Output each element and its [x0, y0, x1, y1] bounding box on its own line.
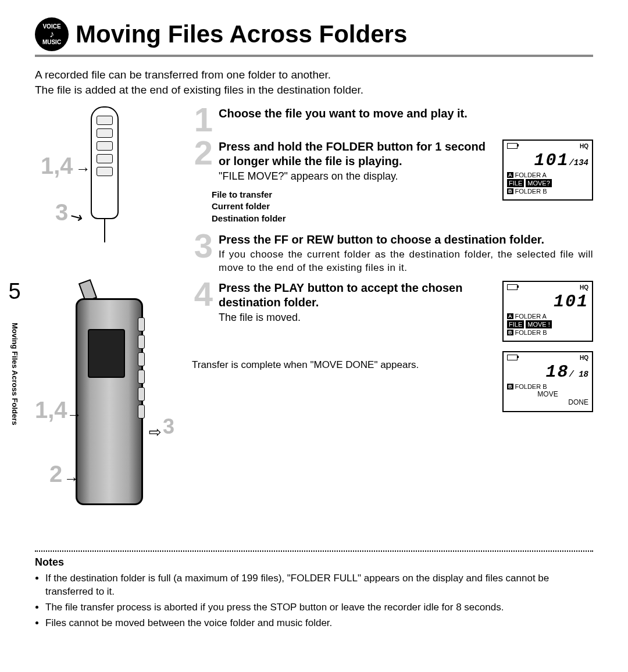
text: Press the: [219, 233, 274, 246]
lcd-file-text: FILE: [507, 320, 524, 328]
label-current-folder: Current folder: [212, 201, 494, 212]
battery-icon: [507, 355, 518, 360]
folder-b-tag: B: [507, 384, 513, 389]
folder-a-tag: A: [507, 313, 513, 319]
hq-indicator: HQ: [580, 143, 588, 149]
folder-button-label: FOLDER: [326, 140, 373, 153]
folder-a-label: FOLDER A: [515, 313, 547, 320]
step-3-title: Press the FF or REW button to choose a d…: [219, 233, 593, 247]
step-4: 4 Press the PLAY button to accept the ch…: [192, 281, 494, 324]
device-illustration-column: 1,4 → 3 ↘ 1,4 → 2 → ⇦ 3: [35, 106, 180, 537]
arrow-icon: →: [64, 470, 79, 488]
step-1-title: Choose the file you want to move and pla…: [219, 106, 593, 121]
text: or: [288, 233, 306, 246]
step-3: 3 Press the FF or REW button to choose a…: [192, 233, 593, 275]
lcd-file-text: FILE: [507, 179, 524, 187]
manual-page: 5 Moving Files Across Folders VOICE ♪ MU…: [0, 0, 628, 656]
text: Press and hold the: [219, 140, 326, 153]
step-number: 2: [192, 140, 215, 183]
dotted-rule: [35, 551, 593, 552]
page-header: VOICE ♪ MUSIC Moving Files Across Folder…: [35, 17, 593, 51]
hq-indicator: HQ: [580, 284, 588, 291]
folder-b-label: FOLDER B: [515, 188, 547, 195]
step-2-desc: "FILE MOVE?" appears on the display.: [219, 170, 494, 183]
chapter-title: Moving Files Across Folders: [10, 310, 19, 438]
title-rule: [35, 55, 593, 57]
lcd-file-number: 101: [507, 292, 588, 312]
note-item: Files cannot be moved between the voice …: [45, 617, 593, 630]
side-tab: 5 Moving Files Across Folders: [0, 279, 29, 438]
remote-control-illustration: [87, 106, 122, 240]
chapter-number: 5: [0, 279, 29, 304]
intro-text: A recorded file can be transferred from …: [35, 67, 593, 97]
lcd-move-line: MOVE: [507, 390, 588, 398]
step-4-desc: The file is moved.: [219, 311, 494, 324]
text: Press the: [219, 281, 274, 294]
label-destination-folder: Destination folder: [212, 213, 494, 224]
step-4-title: Press the PLAY button to accept the chos…: [219, 281, 494, 310]
step-2-labels: File to transfer Current folder Destinat…: [212, 189, 494, 224]
icon-bottom-text: MUSIC: [42, 39, 61, 45]
step-2: 2 Press and hold the FOLDER button for 1…: [192, 140, 494, 183]
lcd-move-text: MOVE?: [526, 179, 552, 187]
folder-b-tag: B: [507, 330, 513, 335]
callout-label-3-recorder: 3: [163, 414, 174, 439]
arrow-icon: →: [67, 406, 82, 424]
step-3-desc: If you choose the current folder as the …: [219, 248, 593, 275]
lcd-move-text: MOVE !: [526, 320, 552, 328]
lcd-done-line: DONE: [507, 398, 588, 406]
battery-icon: [507, 143, 518, 149]
lcd-screen-2: HQ 101 AFOLDER A FILE MOVE ! BFOLDER B: [502, 281, 593, 342]
step-number: 4: [192, 281, 215, 324]
intro-line-1: A recorded file can be transferred from …: [35, 69, 331, 81]
step-2-row: 2 Press and hold the FOLDER button for 1…: [192, 140, 593, 233]
step-4-row: 4 Press the PLAY button to accept the ch…: [192, 281, 593, 418]
steps-column: 1 Choose the file you want to move and p…: [192, 106, 593, 537]
hq-indicator: HQ: [580, 355, 588, 361]
lcd-screen-3: HQ 18/ 18 BFOLDER B MOVE DONE: [502, 351, 593, 412]
rew-button-label: REW: [306, 233, 334, 246]
folder-b-label: FOLDER B: [515, 329, 547, 336]
arrow-icon: ⇦: [148, 423, 161, 441]
notes-list: If the destination folder is full (a max…: [35, 572, 593, 630]
folder-b-tag: B: [507, 188, 513, 194]
lcd-screen-1: HQ 101/134 AFOLDER A FILE MOVE? BFOLDER …: [502, 140, 593, 201]
battery-icon: [507, 284, 518, 290]
folder-a-tag: A: [507, 172, 513, 178]
page-title: Moving Files Across Folders: [76, 20, 407, 48]
folder-b-label: FOLDER B: [515, 383, 547, 390]
arrow-icon: ↘: [66, 206, 87, 228]
callout-label-14-recorder: 1,4: [35, 397, 67, 423]
arrow-icon: →: [76, 160, 91, 178]
folder-a-label: FOLDER A: [515, 171, 547, 178]
recorder-illustration: [76, 298, 151, 513]
label-file-to-transfer: File to transfer: [212, 189, 494, 201]
step-number: 3: [192, 233, 215, 275]
play-button-label: PLAY: [274, 281, 305, 294]
notes-heading: Notes: [35, 556, 593, 569]
voice-music-icon: VOICE ♪ MUSIC: [35, 17, 69, 51]
music-note-icon: ♪: [49, 30, 54, 39]
text: button to choose a destination folder.: [334, 233, 544, 246]
lcd-file-number: 101/134: [507, 151, 588, 170]
step-number: 1: [192, 106, 215, 133]
note-item: The file transfer process is aborted if …: [45, 601, 593, 614]
lcd-file-number: 18/ 18: [507, 362, 588, 382]
intro-line-2: The file is added at the end of existing…: [35, 84, 363, 96]
step-1: 1 Choose the file you want to move and p…: [192, 106, 593, 133]
callout-label-2-recorder: 2: [49, 461, 62, 487]
callout-label-14-remote: 1,4: [41, 153, 73, 179]
ff-button-label: FF: [274, 233, 288, 246]
move-done-text: Transfer is complete when "MOVE DONE" ap…: [192, 359, 494, 371]
note-item: If the destination folder is full (a max…: [45, 572, 593, 599]
main-area: 1,4 → 3 ↘ 1,4 → 2 → ⇦ 3 1 Choose the fil…: [35, 106, 593, 537]
step-2-title: Press and hold the FOLDER button for 1 s…: [219, 140, 494, 169]
